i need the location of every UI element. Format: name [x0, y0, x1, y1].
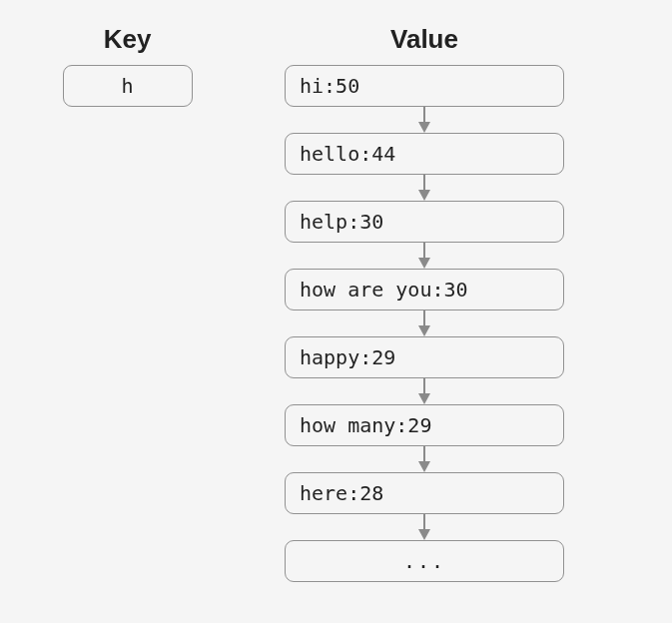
value-header: Value — [390, 24, 458, 55]
value-node: hi:50 — [285, 65, 564, 107]
arrow-down-icon — [416, 175, 432, 201]
svg-marker-7 — [418, 325, 430, 336]
arrow-down-icon — [416, 446, 432, 472]
arrow-down-icon — [416, 311, 432, 336]
value-node: how many:29 — [285, 404, 564, 446]
arrow-down-icon — [416, 243, 432, 269]
diagram-container: Key h Value hi:50hello:44help:30how are … — [0, 0, 672, 606]
svg-marker-9 — [418, 393, 430, 404]
key-header: Key — [104, 24, 152, 55]
arrow-down-icon — [416, 107, 432, 133]
svg-marker-11 — [418, 461, 430, 472]
svg-marker-5 — [418, 258, 430, 269]
value-node: how are you:30 — [285, 269, 564, 311]
svg-marker-1 — [418, 122, 430, 133]
arrow-down-icon — [416, 378, 432, 404]
value-node: help:30 — [285, 201, 564, 243]
value-column: Value hi:50hello:44help:30how are you:30… — [285, 24, 564, 582]
value-list: hi:50hello:44help:30how are you:30happy:… — [285, 65, 564, 582]
key-column: Key h — [40, 24, 215, 582]
ellipsis-node: ... — [285, 540, 564, 582]
arrow-down-icon — [416, 514, 432, 540]
value-node: hello:44 — [285, 133, 564, 175]
value-node: happy:29 — [285, 336, 564, 378]
svg-marker-13 — [418, 529, 430, 540]
key-node: h — [63, 65, 193, 107]
svg-marker-3 — [418, 190, 430, 201]
value-node: here:28 — [285, 472, 564, 514]
